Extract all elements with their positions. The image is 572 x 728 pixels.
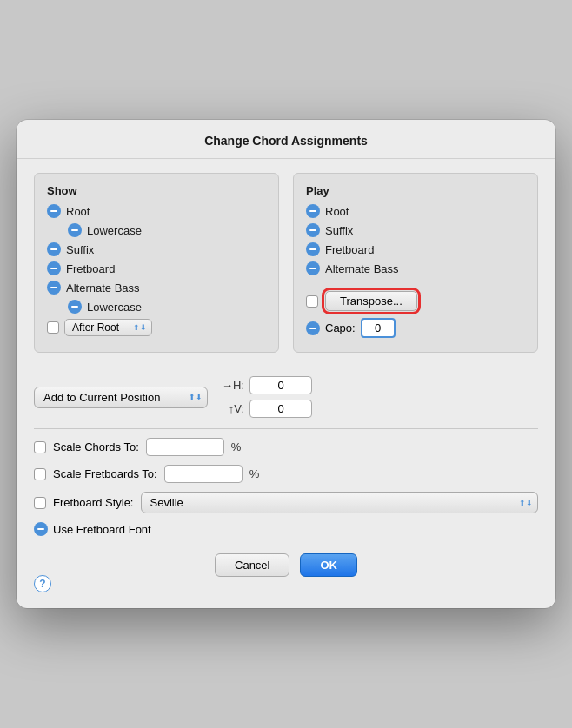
show-altbass-label: Alternate Bass	[66, 281, 140, 295]
play-fretboard-label: Fretboard	[325, 243, 374, 256]
scale-fretboards-input[interactable]	[164, 465, 243, 483]
play-fretboard-row: Fretboard	[306, 242, 525, 256]
help-label: ?	[39, 578, 45, 590]
scale-fretboards-label: Scale Fretboards To:	[53, 467, 157, 480]
position-row: Add to Current Position Replace Insert B…	[34, 376, 538, 418]
h-offset-row: →H:	[218, 376, 312, 394]
ok-button[interactable]: OK	[300, 553, 357, 577]
play-fretboard-minus[interactable]	[306, 242, 320, 256]
play-suffix-minus[interactable]	[306, 223, 320, 237]
fretboard-style-checkbox[interactable]	[34, 497, 46, 509]
scale-fretboards-percent: %	[249, 467, 260, 480]
show-suffix-label: Suffix	[66, 243, 94, 256]
show-fretboard-minus[interactable]	[47, 261, 61, 275]
h-offset-label: →H:	[218, 379, 244, 392]
scale-fretboards-row: Scale Fretboards To: %	[34, 465, 538, 483]
v-offset-row: ↑V:	[218, 400, 312, 418]
h-offset-input[interactable]	[249, 376, 312, 394]
play-altbass-label: Alternate Bass	[325, 262, 399, 275]
transpose-button[interactable]: Transpose...	[325, 291, 417, 311]
hv-group: →H: ↑V:	[218, 376, 312, 418]
cancel-button[interactable]: Cancel	[215, 553, 289, 577]
scale-chords-row: Scale Chords To: %	[34, 438, 538, 456]
show-suffix-minus[interactable]	[47, 242, 61, 256]
use-fretboard-minus[interactable]	[34, 522, 48, 536]
after-root-checkbox[interactable]	[47, 321, 59, 334]
transpose-checkbox[interactable]	[306, 295, 318, 308]
capo-minus[interactable]	[306, 321, 320, 335]
v-offset-label: ↑V:	[218, 402, 244, 415]
show-fretboard-label: Fretboard	[66, 262, 115, 275]
fretboard-style-label: Fretboard Style:	[53, 496, 134, 509]
show-root-row: Root	[47, 204, 266, 218]
title-text: Change Chord Assignments	[204, 134, 368, 148]
show-lowercase2-label: Lowercase	[87, 301, 142, 314]
show-lowercase1-row: Lowercase	[47, 223, 266, 237]
v-offset-input[interactable]	[249, 400, 312, 418]
scale-section: Scale Chords To: % Scale Fretboards To: …	[34, 438, 538, 483]
fretboard-style-select[interactable]: Seville Madrid Barcelona	[141, 492, 539, 513]
show-root-minus[interactable]	[47, 204, 61, 218]
play-altbass-row: Alternate Bass	[306, 261, 525, 275]
show-altbass-row: Alternate Bass	[47, 281, 266, 295]
position-select[interactable]: Add to Current Position Replace Insert B…	[34, 387, 208, 408]
play-panel: Play Root Suffix Fretboard Alternate Bas…	[293, 173, 538, 353]
show-lowercase2-minus[interactable]	[68, 300, 82, 314]
play-root-label: Root	[325, 205, 349, 218]
play-root-minus[interactable]	[306, 204, 320, 218]
capo-input[interactable]	[361, 318, 396, 338]
show-lowercase1-minus[interactable]	[68, 223, 82, 237]
fretboard-style-row: Fretboard Style: Seville Madrid Barcelon…	[34, 492, 538, 513]
scale-chords-checkbox[interactable]	[34, 441, 46, 453]
show-root-label: Root	[66, 205, 90, 218]
scale-fretboards-checkbox[interactable]	[34, 468, 46, 480]
transpose-row: Transpose...	[306, 291, 525, 311]
divider1	[34, 367, 538, 367]
use-fretboard-row: Use Fretboard Font	[34, 522, 538, 536]
scale-chords-percent: %	[231, 440, 242, 453]
button-row: Cancel OK	[34, 548, 538, 577]
play-panel-title: Play	[306, 184, 525, 197]
show-lowercase2-row: Lowercase	[47, 300, 266, 314]
play-root-row: Root	[306, 204, 525, 218]
show-lowercase1-label: Lowercase	[87, 224, 142, 237]
divider2	[34, 428, 538, 429]
scale-chords-label: Scale Chords To:	[53, 440, 139, 453]
play-suffix-row: Suffix	[306, 223, 525, 237]
after-root-row: After Root Before Root After Suffix	[47, 319, 266, 336]
show-panel: Show Root Lowercase Suffix Fretboard	[34, 173, 279, 353]
help-button[interactable]: ?	[34, 575, 51, 592]
play-suffix-label: Suffix	[325, 224, 353, 237]
play-altbass-minus[interactable]	[306, 261, 320, 275]
show-altbass-minus[interactable]	[47, 281, 61, 295]
dialog-title: Change Chord Assignments	[17, 120, 555, 159]
capo-row: Capo:	[306, 318, 525, 338]
capo-label: Capo:	[325, 321, 356, 334]
after-root-select[interactable]: After Root Before Root After Suffix	[64, 319, 152, 336]
show-panel-title: Show	[47, 184, 266, 197]
use-fretboard-label: Use Fretboard Font	[53, 523, 151, 536]
show-fretboard-row: Fretboard	[47, 261, 266, 275]
scale-chords-input[interactable]	[146, 438, 224, 456]
dialog: Change Chord Assignments Show Root Lower…	[17, 120, 555, 608]
show-suffix-row: Suffix	[47, 242, 266, 256]
